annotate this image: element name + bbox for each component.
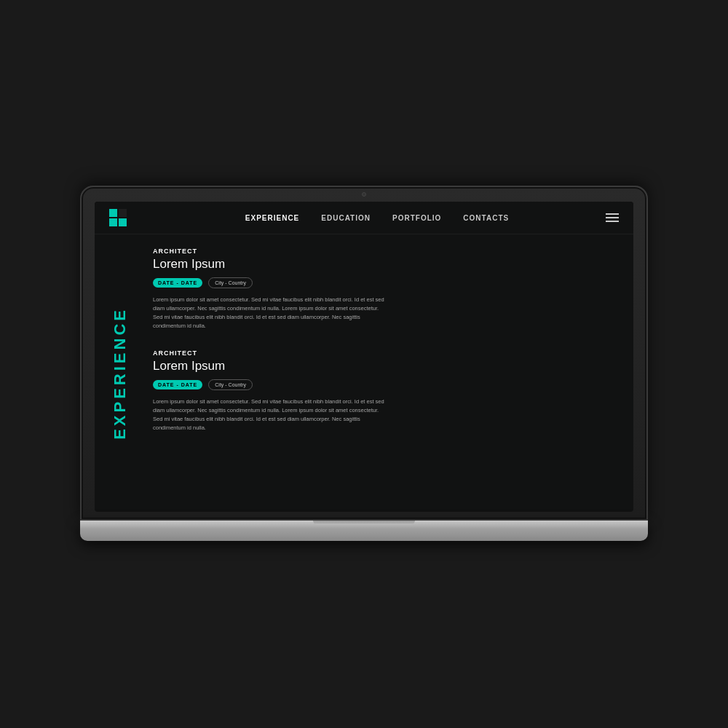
hamburger-menu[interactable]	[606, 213, 619, 222]
laptop-base	[80, 521, 648, 541]
website: EXPERIENCE EDUCATION PORTFOLIO CONTACTS	[95, 202, 633, 512]
laptop-lid: EXPERIENCE EDUCATION PORTFOLIO CONTACTS	[80, 186, 648, 521]
main-content: EXPERIENCE ARCHITECT Lorem Ipsum DATE - …	[95, 234, 633, 512]
entry-description-2: Lorem ipsum dolor sit amet consectetur. …	[153, 397, 386, 432]
tag-location-2: City - Country	[208, 379, 253, 390]
nav-contacts[interactable]: CONTACTS	[463, 214, 509, 222]
entry-role-2: ARCHITECT	[153, 349, 616, 357]
nav-links: EXPERIENCE EDUCATION PORTFOLIO CONTACTS	[149, 214, 606, 222]
hamburger-line-1	[606, 213, 619, 215]
webcam	[362, 192, 366, 197]
hamburger-line-3	[606, 221, 619, 222]
logo-cell-4	[119, 218, 127, 226]
laptop: EXPERIENCE EDUCATION PORTFOLIO CONTACTS	[80, 186, 648, 564]
nav-experience[interactable]: EXPERIENCE	[245, 214, 299, 222]
laptop-screen: EXPERIENCE EDUCATION PORTFOLIO CONTACTS	[95, 202, 633, 512]
logo-cell-3	[109, 218, 117, 226]
entry-description-1: Lorem ipsum dolor sit amet consectetur. …	[153, 296, 386, 331]
tag-date-2: DATE - DATE	[153, 380, 202, 389]
navbar: EXPERIENCE EDUCATION PORTFOLIO CONTACTS	[95, 202, 633, 234]
entry-tags-2: DATE - DATE City - Country	[153, 379, 616, 390]
logo-cell-1	[109, 209, 117, 217]
entry-company-2: Lorem Ipsum	[153, 359, 616, 373]
sidebar: EXPERIENCE	[95, 234, 146, 512]
experience-entry-2: ARCHITECT Lorem Ipsum DATE - DATE City -…	[153, 349, 616, 432]
nav-portfolio[interactable]: PORTFOLIO	[392, 214, 441, 222]
section-title: EXPERIENCE	[111, 307, 130, 440]
entry-tags-1: DATE - DATE City - Country	[153, 277, 616, 288]
entry-company-1: Lorem Ipsum	[153, 257, 616, 272]
logo	[109, 209, 127, 226]
logo-cell-2	[119, 209, 127, 217]
nav-education[interactable]: EDUCATION	[321, 214, 371, 222]
entry-role-1: ARCHITECT	[153, 248, 616, 255]
tag-location-1: City - Country	[208, 277, 253, 288]
tag-date-1: DATE - DATE	[153, 278, 202, 288]
hamburger-line-2	[606, 217, 619, 218]
content-area: ARCHITECT Lorem Ipsum DATE - DATE City -…	[146, 234, 633, 512]
experience-entry-1: ARCHITECT Lorem Ipsum DATE - DATE City -…	[153, 248, 616, 331]
